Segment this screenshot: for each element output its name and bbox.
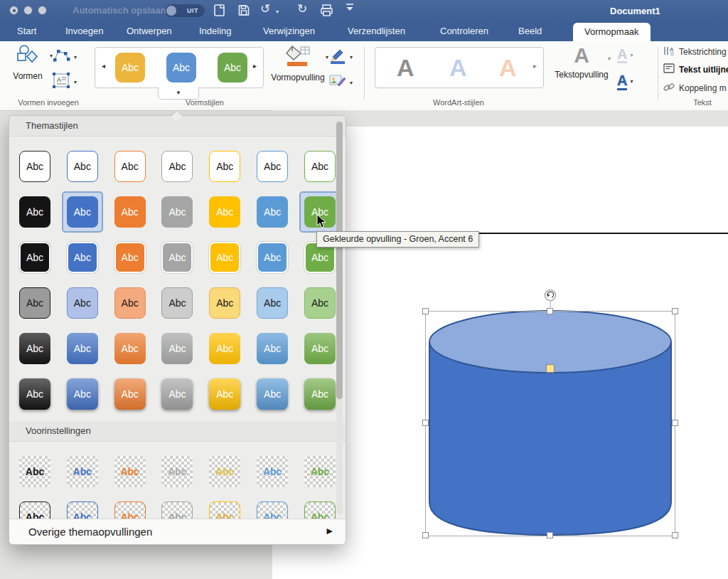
theme-style-swatch[interactable]: Abc bbox=[161, 333, 193, 364]
theme-style-swatch[interactable]: Abc bbox=[161, 196, 193, 228]
theme-style-swatch[interactable]: Abc bbox=[67, 378, 98, 410]
theme-style-swatch[interactable]: Abc bbox=[161, 456, 193, 487]
theme-style-swatch[interactable]: Abc bbox=[19, 333, 50, 364]
panel-scrollbar-thumb[interactable] bbox=[336, 122, 343, 399]
theme-style-swatch[interactable]: Abc bbox=[161, 378, 193, 410]
resize-handle-se[interactable] bbox=[672, 532, 678, 538]
theme-style-swatch[interactable]: Abc bbox=[209, 242, 240, 273]
theme-style-swatch[interactable]: Abc bbox=[67, 151, 98, 182]
mouse-cursor-icon bbox=[316, 215, 326, 232]
theme-style-swatch[interactable]: Abc bbox=[67, 196, 98, 228]
theme-style-swatch[interactable]: Abc bbox=[257, 456, 288, 487]
theme-style-swatch[interactable]: Abc bbox=[114, 333, 146, 364]
submenu-arrow-icon: ▶ bbox=[327, 526, 333, 536]
theme-style-swatch[interactable]: Abc bbox=[257, 378, 288, 410]
section-header-voorinstellingen: Voorinstellingen bbox=[9, 421, 346, 442]
theme-style-swatch[interactable]: Abc bbox=[209, 151, 240, 182]
resize-handle-nw[interactable] bbox=[422, 308, 429, 314]
theme-style-swatch[interactable]: Abc bbox=[19, 378, 50, 410]
rotate-handle[interactable] bbox=[545, 290, 556, 301]
resize-handle-e[interactable] bbox=[672, 420, 678, 426]
theme-style-swatch[interactable]: Abc bbox=[114, 287, 146, 319]
theme-style-swatch[interactable]: Abc bbox=[114, 242, 146, 273]
resize-handle-n[interactable] bbox=[547, 308, 553, 314]
theme-style-swatch[interactable]: Abc bbox=[19, 151, 50, 182]
theme-style-swatch[interactable]: Abc bbox=[209, 333, 240, 364]
theme-style-swatch[interactable]: Abc bbox=[304, 333, 336, 364]
tooltip: Gekleurde opvulling - Groen, Accent 6 bbox=[316, 231, 479, 248]
resize-handle-w[interactable] bbox=[422, 420, 429, 426]
theme-style-swatch[interactable]: Abc bbox=[304, 287, 336, 319]
theme-style-swatch[interactable]: Abc bbox=[304, 378, 336, 410]
theme-style-swatch[interactable]: Abc bbox=[161, 242, 193, 273]
theme-style-swatch[interactable]: Abc bbox=[19, 196, 50, 228]
theme-style-swatch[interactable]: Abc bbox=[257, 151, 288, 182]
theme-style-swatch[interactable]: Abc bbox=[19, 242, 50, 273]
resize-handle-s[interactable] bbox=[547, 532, 553, 538]
more-theme-fills-label: Overige themaopvullingen bbox=[28, 526, 152, 538]
theme-style-swatch[interactable]: Abc bbox=[209, 456, 240, 487]
theme-style-swatch[interactable]: Abc bbox=[67, 333, 98, 364]
theme-style-swatch[interactable]: Abc bbox=[67, 287, 98, 319]
theme-styles-grid: AbcAbcAbcAbcAbcAbcAbcAbcAbcAbcAbcAbcAbcA… bbox=[9, 151, 346, 410]
theme-style-swatch[interactable]: Abc bbox=[19, 456, 50, 487]
theme-style-swatch[interactable]: Abc bbox=[209, 378, 240, 410]
resize-handle-ne[interactable] bbox=[672, 308, 678, 314]
theme-style-swatch[interactable]: Abc bbox=[257, 333, 288, 364]
theme-style-swatch[interactable]: Abc bbox=[304, 456, 336, 487]
theme-style-swatch[interactable]: Abc bbox=[114, 151, 146, 182]
theme-style-swatch[interactable]: Abc bbox=[209, 196, 240, 228]
theme-style-swatch[interactable]: Abc bbox=[209, 287, 240, 319]
theme-style-swatch[interactable]: Abc bbox=[114, 196, 146, 228]
word-window: Automatisch opslaan UIT ↺ ▾ ↻ Document1 … bbox=[0, 0, 728, 579]
adjust-handle[interactable] bbox=[547, 365, 555, 373]
theme-style-swatch[interactable]: Abc bbox=[257, 287, 288, 319]
theme-style-swatch[interactable]: Abc bbox=[257, 242, 288, 273]
theme-style-swatch[interactable]: Abc bbox=[19, 287, 50, 319]
theme-style-swatch[interactable]: Abc bbox=[161, 287, 193, 319]
theme-style-swatch[interactable]: Abc bbox=[67, 242, 98, 273]
theme-style-swatch[interactable]: Abc bbox=[114, 378, 146, 410]
theme-style-swatch[interactable]: Abc bbox=[114, 456, 146, 487]
resize-handle-sw[interactable] bbox=[422, 532, 429, 538]
theme-style-swatch[interactable]: Abc bbox=[67, 456, 98, 487]
shape-styles-panel: Themastijlen AbcAbcAbcAbcAbcAbcAbcAbcAbc… bbox=[9, 115, 346, 545]
theme-style-swatch[interactable]: Abc bbox=[257, 196, 288, 228]
theme-style-swatch[interactable]: Abc bbox=[304, 151, 336, 182]
theme-style-swatch[interactable]: Abc bbox=[161, 151, 193, 182]
more-theme-fills-button[interactable]: Overige themaopvullingen ▶ bbox=[9, 519, 346, 544]
